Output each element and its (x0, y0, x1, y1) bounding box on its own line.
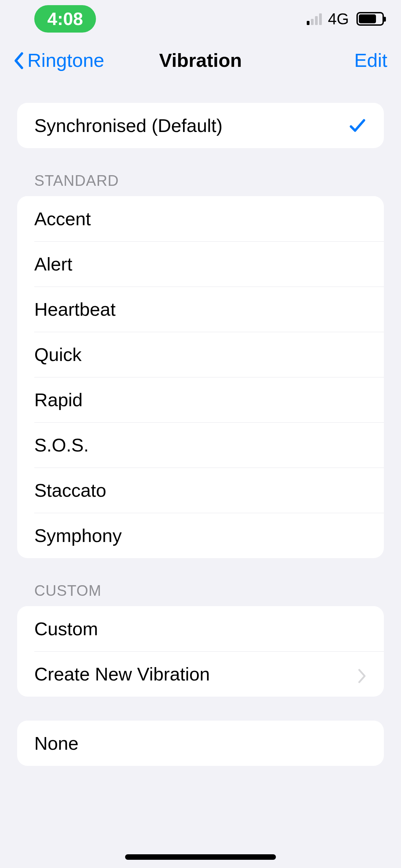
vibration-quick-row[interactable]: Quick (17, 332, 384, 377)
vibration-custom-row[interactable]: Custom (17, 606, 384, 651)
vibration-heartbeat-row[interactable]: Heartbeat (17, 287, 384, 332)
none-list: None (17, 721, 384, 766)
nav-bar: Ringtone Vibration Edit (0, 38, 401, 82)
standard-group: Standard Accent Alert Heartbeat Quick Ra… (17, 172, 384, 558)
content: Synchronised (Default) Standard Accent A… (0, 82, 401, 766)
back-label: Ringtone (27, 49, 104, 71)
time-label: 4:08 (47, 9, 83, 29)
vibration-sos-row[interactable]: S.O.S. (17, 422, 384, 468)
time-pill[interactable]: 4:08 (34, 5, 96, 33)
row-label: Staccato (34, 480, 106, 501)
chevron-right-icon (357, 666, 367, 682)
back-button[interactable]: Ringtone (14, 49, 104, 71)
row-label: Synchronised (Default) (34, 115, 222, 136)
vibration-default-row[interactable]: Synchronised (Default) (17, 103, 384, 148)
home-indicator[interactable] (125, 854, 276, 860)
row-label: Alert (34, 253, 72, 275)
row-label: Create New Vibration (34, 663, 210, 685)
row-label: Quick (34, 344, 82, 365)
vibration-symphony-row[interactable]: Symphony (17, 513, 384, 558)
vibration-accent-row[interactable]: Accent (17, 196, 384, 241)
row-label: Symphony (34, 525, 122, 546)
status-right: 4G (307, 10, 384, 28)
create-new-vibration-row[interactable]: Create New Vibration (17, 651, 384, 697)
none-group: None (17, 721, 384, 766)
custom-header: Custom (17, 582, 384, 606)
default-group: Synchronised (Default) (17, 103, 384, 148)
row-label: Heartbeat (34, 299, 116, 320)
cell-signal-icon (307, 13, 322, 25)
default-list: Synchronised (Default) (17, 103, 384, 148)
vibration-staccato-row[interactable]: Staccato (17, 468, 384, 513)
row-label: Custom (34, 618, 98, 639)
battery-icon (356, 12, 384, 26)
vibration-rapid-row[interactable]: Rapid (17, 377, 384, 422)
row-label: S.O.S. (34, 434, 89, 456)
network-label: 4G (328, 10, 349, 28)
chevron-left-icon (14, 51, 24, 69)
custom-list: Custom Create New Vibration (17, 606, 384, 697)
status-bar: 4:08 4G (0, 0, 401, 38)
vibration-none-row[interactable]: None (17, 721, 384, 766)
vibration-alert-row[interactable]: Alert (17, 241, 384, 287)
row-label: None (34, 733, 78, 754)
checkmark-icon (348, 116, 367, 135)
custom-group: Custom Custom Create New Vibration (17, 582, 384, 697)
standard-header: Standard (17, 172, 384, 196)
edit-button[interactable]: Edit (354, 49, 388, 71)
row-label: Accent (34, 208, 91, 229)
row-label: Rapid (34, 389, 83, 410)
standard-list: Accent Alert Heartbeat Quick Rapid S.O.S… (17, 196, 384, 558)
page-title: Vibration (159, 49, 242, 71)
